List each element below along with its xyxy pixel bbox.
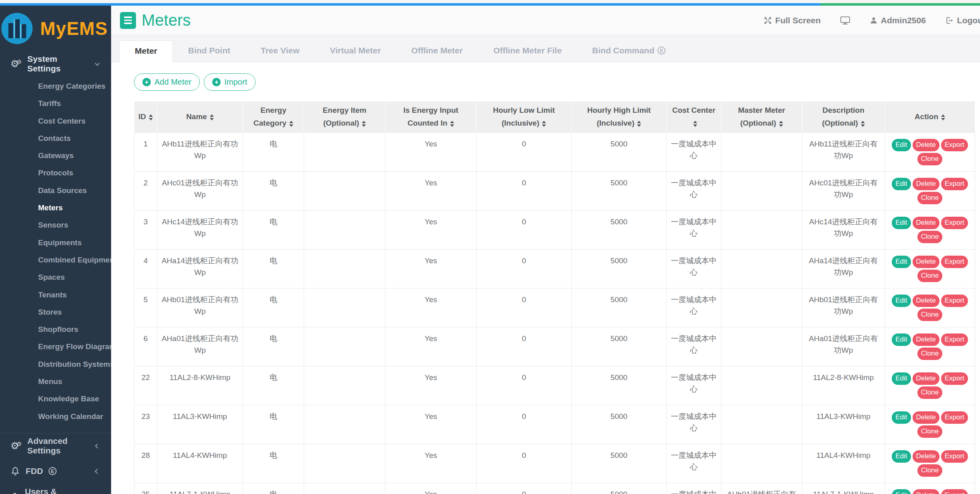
sidebar-item-tariffs[interactable]: Tariffs <box>0 95 111 112</box>
full-screen-button[interactable]: Full Screen <box>763 16 821 25</box>
clone-button[interactable]: Clone <box>917 153 942 165</box>
sidebar-item-stores[interactable]: Stores <box>0 303 111 321</box>
column-header-master-meter[interactable]: Master Meter (Optional) <box>721 102 802 133</box>
cell-name: AHb11进线柜正向有功Wp <box>157 132 243 171</box>
column-header-is-counted[interactable]: Is Energy Input Counted In <box>386 102 477 133</box>
delete-button[interactable]: Delete <box>913 372 939 385</box>
clone-button[interactable]: Clone <box>917 309 942 321</box>
sidebar-item-combined-equipments[interactable]: Combined Equipments <box>0 251 111 268</box>
sidebar-section-fdd[interactable]: FDD E <box>0 459 111 484</box>
sidebar-item-data-sources[interactable]: Data Sources <box>0 182 111 199</box>
edit-button[interactable]: Edit <box>892 139 911 151</box>
cell-description: AHa14进线柜正向有功Wp <box>802 249 885 288</box>
export-button[interactable]: Export <box>941 217 968 229</box>
cell-cost-center: 一度城成本中心 <box>667 366 721 405</box>
export-button[interactable]: Export <box>941 295 968 307</box>
delete-button[interactable]: Delete <box>913 139 939 151</box>
column-header-hourly-high-limit[interactable]: Hourly High Limit (Inclusive) <box>572 102 667 133</box>
sidebar-section-advanced-settings[interactable]: ⚙⚙ Advanced Settings <box>0 433 111 459</box>
delete-button[interactable]: Delete <box>913 411 939 424</box>
export-button[interactable]: Export <box>941 372 968 385</box>
content-panel: + Add Meter + Import IDNameEnergy Catego… <box>111 62 980 494</box>
sidebar-item-menus[interactable]: Menus <box>0 373 111 390</box>
edit-button[interactable]: Edit <box>892 256 911 268</box>
sidebar-toggle-button[interactable] <box>120 12 136 29</box>
tab-meter[interactable]: Meter <box>119 41 173 62</box>
sidebar-item-working-calendar[interactable]: Working Calendar <box>0 408 111 425</box>
tab-tree-view[interactable]: Tree View <box>246 41 315 62</box>
column-header-description[interactable]: Description (Optional) <box>802 102 885 133</box>
export-button[interactable]: Export <box>941 139 968 151</box>
sidebar-item-shopfloors[interactable]: Shopfloors <box>0 321 111 338</box>
display-mode-button[interactable] <box>840 16 850 25</box>
column-header-id[interactable]: ID <box>134 102 157 133</box>
delete-button[interactable]: Delete <box>913 256 939 268</box>
clone-button[interactable]: Clone <box>917 348 942 360</box>
delete-button[interactable]: Delete <box>913 450 939 463</box>
cell-description: 11AL4-KWHimp <box>802 444 885 483</box>
column-header-cost-center[interactable]: Cost Center <box>667 102 721 133</box>
tab-bind-point[interactable]: Bind Point <box>173 41 246 62</box>
import-button[interactable]: + Import <box>204 73 256 91</box>
sidebar-item-energy-flow-diagrams[interactable]: Energy Flow Diagrams <box>0 338 111 355</box>
sidebar-item-spaces[interactable]: Spaces <box>0 268 111 286</box>
cell-name: 11AL3-KWHimp <box>157 405 243 444</box>
delete-button[interactable]: Delete <box>913 295 939 307</box>
logout-button[interactable]: Logout <box>945 16 980 25</box>
clone-button[interactable]: Clone <box>917 231 942 243</box>
tab-offline-meter[interactable]: Offline Meter <box>396 41 478 62</box>
column-header-energy-item[interactable]: Energy Item (Optional) <box>304 102 386 133</box>
cell-name: AHc01进线柜正向有功Wp <box>157 171 243 210</box>
clone-button[interactable]: Clone <box>917 425 942 438</box>
export-button[interactable]: Export <box>941 411 968 424</box>
sidebar-section-system-settings[interactable]: ⚙⚙ System Settings <box>0 54 111 74</box>
tab-virtual-meter[interactable]: Virtual Meter <box>315 41 396 62</box>
export-button[interactable]: Export <box>941 256 968 268</box>
sidebar-section-users-privileges[interactable]: Users & Privileges <box>0 484 111 494</box>
clone-button[interactable]: Clone <box>917 464 942 477</box>
clone-button[interactable]: Clone <box>917 386 942 399</box>
sidebar-item-tenants[interactable]: Tenants <box>0 286 111 303</box>
delete-button[interactable]: Delete <box>913 489 939 494</box>
edit-button[interactable]: Edit <box>892 217 911 229</box>
sidebar-item-distribution-systems[interactable]: Distribution Systems <box>0 356 111 373</box>
delete-button[interactable]: Delete <box>913 217 939 229</box>
delete-button[interactable]: Delete <box>913 333 939 346</box>
sidebar-item-knowledge-base[interactable]: Knowledge Base <box>0 390 111 407</box>
edit-button[interactable]: Edit <box>892 489 911 494</box>
export-button[interactable]: Export <box>941 489 968 494</box>
sidebar-item-protocols[interactable]: Protocols <box>0 164 111 181</box>
delete-button[interactable]: Delete <box>913 178 939 190</box>
edit-button[interactable]: Edit <box>892 372 911 385</box>
sidebar-item-meters[interactable]: Meters <box>0 199 111 216</box>
add-meter-button[interactable]: + Add Meter <box>134 73 200 91</box>
column-header-action[interactable]: Action <box>885 102 975 133</box>
table-row: 6AHa01进线柜正向有功Wp电Yes05000一度城成本中心AHa01进线柜正… <box>134 327 975 366</box>
tab-bind-command[interactable]: Bind CommandE <box>577 41 681 62</box>
clone-button[interactable]: Clone <box>917 270 942 282</box>
column-header-energy-category[interactable]: Energy Category <box>243 102 304 133</box>
sidebar-item-contacts[interactable]: Contacts <box>0 130 111 147</box>
export-button[interactable]: Export <box>941 333 968 346</box>
sidebar-item-sensors[interactable]: Sensors <box>0 216 111 234</box>
export-button[interactable]: Export <box>941 450 968 463</box>
edit-button[interactable]: Edit <box>892 178 911 190</box>
sidebar-item-energy-categories[interactable]: Energy Categories <box>0 77 111 95</box>
column-header-hourly-low-limit[interactable]: Hourly Low Limit (Inclusive) <box>477 102 572 133</box>
edit-button[interactable]: Edit <box>892 411 911 424</box>
export-button[interactable]: Export <box>941 178 968 190</box>
logo[interactable]: MyEMS <box>0 6 111 50</box>
sidebar-item-cost-centers[interactable]: Cost Centers <box>0 112 111 130</box>
clone-button[interactable]: Clone <box>917 192 942 204</box>
edit-button[interactable]: Edit <box>892 333 911 346</box>
sidebar-item-equipments[interactable]: Equipments <box>0 234 111 251</box>
user-menu[interactable]: Admin2506 <box>870 16 926 25</box>
edit-button[interactable]: Edit <box>892 295 911 307</box>
cell-id: 22 <box>134 366 157 405</box>
cell-hourly-high: 5000 <box>572 132 667 171</box>
tab-offline-meter-file[interactable]: Offline Meter File <box>478 41 577 62</box>
column-header-name[interactable]: Name <box>157 102 243 133</box>
sidebar-item-gateways[interactable]: Gateways <box>0 147 111 164</box>
cell-cost-center: 一度城成本中心 <box>667 171 721 210</box>
edit-button[interactable]: Edit <box>892 450 911 463</box>
